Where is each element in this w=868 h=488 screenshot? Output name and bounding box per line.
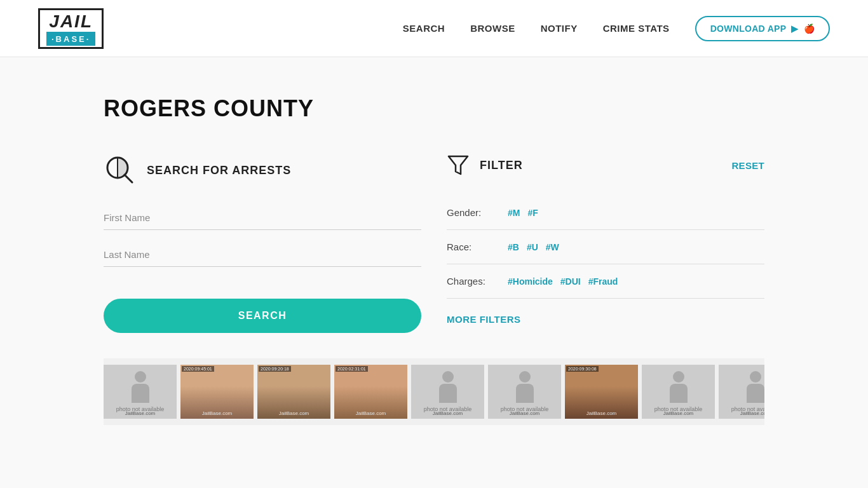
content-grid: SEARCH FOR ARRESTS SEARCH FILTER [104, 154, 764, 333]
photo-card-5[interactable]: photo not available JailBase.com [411, 365, 484, 419]
main-nav: SEARCH BROWSE NOTIFY CRIME STATS DOWNLOA… [403, 16, 830, 41]
search-section-title: SEARCH FOR ARRESTS [147, 164, 291, 177]
svg-line-1 [125, 175, 132, 182]
photo-label-3: JailBase.com [257, 410, 330, 416]
filter-gender-tags: #M #F [508, 208, 538, 218]
filter-row-gender: Gender: #M #F [447, 196, 764, 230]
photo-label-6: JailBase.com [488, 410, 561, 416]
search-header: SEARCH FOR ARRESTS [104, 154, 421, 187]
play-icon: ▶ [791, 24, 798, 34]
reset-button[interactable]: RESET [731, 160, 764, 171]
photo-label-8: JailBase.com [642, 410, 715, 416]
filter-section-title: FILTER [480, 159, 523, 172]
photo-card-7[interactable]: 2020:09:30:08 JailBase.com [565, 365, 638, 419]
filter-gender-label: Gender: [447, 207, 498, 218]
filter-tag-female[interactable]: #F [527, 208, 538, 218]
filter-charges-label: Charges: [447, 276, 498, 287]
nav-search[interactable]: SEARCH [403, 23, 445, 34]
filter-header-left: FILTER [447, 154, 523, 177]
photo-card-2[interactable]: 2020:09:45:01 JailBase.com [180, 365, 254, 419]
photo-card-1[interactable]: photo not available JailBase.com [104, 365, 177, 419]
photo-label-7: JailBase.com [565, 410, 638, 416]
filter-charges-tags: #Homicide #DUI #Fraud [508, 276, 618, 287]
photo-label-4: JailBase.com [334, 410, 407, 416]
nav-browse[interactable]: BROWSE [470, 23, 515, 34]
photo-card-8[interactable]: photo not available JailBase.com [642, 365, 715, 419]
filter-tag-black[interactable]: #B [508, 242, 519, 252]
filter-tag-male[interactable]: #M [508, 208, 520, 218]
nav-notify[interactable]: NOTIFY [541, 23, 578, 34]
filter-row-charges: Charges: #Homicide #DUI #Fraud [447, 264, 764, 299]
filter-tag-fraud[interactable]: #Fraud [588, 276, 618, 287]
logo-base-text: ·BASE· [51, 34, 90, 44]
first-name-input[interactable] [104, 206, 421, 230]
photo-label-9: JailBase.com [719, 410, 764, 416]
page-title: ROGERS COUNTY [104, 95, 764, 122]
apple-icon: 🍎 [804, 24, 815, 34]
photo-timestamp-4: 2020:02:31:01 [336, 366, 368, 372]
filter-race-tags: #B #U #W [508, 242, 559, 252]
filter-header: FILTER RESET [447, 154, 764, 177]
download-app-button[interactable]: DOWNLOAD APP ▶ 🍎 [695, 16, 830, 41]
last-name-input[interactable] [104, 243, 421, 267]
photo-strip: photo not available JailBase.com 2020:09… [104, 358, 764, 425]
search-arrests-icon [104, 154, 137, 187]
first-name-group [104, 206, 421, 230]
nav-crime-stats[interactable]: CRIME STATS [603, 23, 670, 34]
photo-label-2: JailBase.com [180, 410, 254, 416]
filter-tag-white[interactable]: #W [546, 242, 559, 252]
photo-card-6[interactable]: photo not available JailBase.com [488, 365, 561, 419]
logo-jail-text: JAIL [49, 13, 93, 30]
photo-timestamp-3: 2020:09:20:18 [259, 366, 291, 372]
main-content: ROGERS COUNTY SEARCH FOR ARRESTS [53, 57, 815, 451]
photo-label-5: JailBase.com [411, 410, 484, 416]
photo-card-9[interactable]: photo not available JailBase.com [719, 365, 764, 419]
filter-tag-homicide[interactable]: #Homicide [508, 276, 553, 287]
filter-row-race: Race: #B #U #W [447, 230, 764, 264]
photo-label-1: JailBase.com [104, 410, 177, 416]
more-filters-button[interactable]: MORE FILTERS [447, 314, 521, 325]
photo-timestamp-7: 2020:09:30:08 [566, 366, 599, 372]
logo[interactable]: JAIL ·BASE· [38, 8, 104, 49]
site-header: JAIL ·BASE· SEARCH BROWSE NOTIFY CRIME S… [0, 0, 868, 57]
search-section: SEARCH FOR ARRESTS SEARCH [104, 154, 421, 333]
filter-tag-dui[interactable]: #DUI [560, 276, 581, 287]
photo-timestamp-2: 2020:09:45:01 [182, 366, 214, 372]
filter-race-label: Race: [447, 241, 498, 252]
download-label: DOWNLOAD APP [710, 24, 787, 34]
filter-section: FILTER RESET Gender: #M #F Race: #B #U #… [447, 154, 764, 333]
filter-tag-unknown[interactable]: #U [527, 242, 538, 252]
filter-icon [447, 154, 470, 177]
search-button[interactable]: SEARCH [104, 299, 421, 333]
last-name-group [104, 243, 421, 267]
svg-marker-3 [449, 156, 468, 174]
photo-card-4[interactable]: 2020:02:31:01 JailBase.com [334, 365, 407, 419]
photo-card-3[interactable]: 2020:09:20:18 JailBase.com [257, 365, 330, 419]
